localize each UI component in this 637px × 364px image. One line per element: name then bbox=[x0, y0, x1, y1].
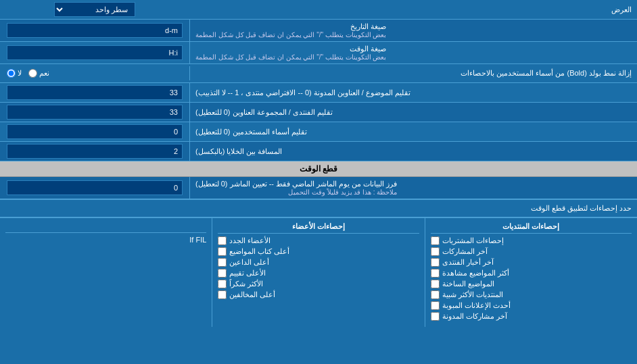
checkbox-item-contributions: إحصاءات المشتريات bbox=[431, 236, 632, 245]
checkbox-item-new-members: الأعضاء الجدد bbox=[218, 236, 419, 245]
radio-option-no: لا bbox=[7, 69, 22, 78]
cb-new-members[interactable] bbox=[218, 236, 227, 245]
header-label: العرض bbox=[189, 3, 637, 17]
cb-most-thanked[interactable] bbox=[218, 280, 227, 288]
col-empty-header bbox=[5, 222, 206, 233]
date-format-input[interactable] bbox=[7, 23, 183, 38]
col-forums-header: إحصاءات المنتديات bbox=[431, 222, 632, 234]
main-container: العرض سطر واحد صيغة التاريخ بعض التكوينا… bbox=[0, 0, 637, 327]
bold-removal-row: إزالة نمط بولد (Bold) من أسماء المستخدمي… bbox=[0, 64, 637, 83]
username-trim-control bbox=[0, 122, 189, 141]
date-format-control bbox=[0, 20, 189, 41]
cb-top-referrers[interactable] bbox=[218, 258, 227, 267]
cb-forum-news[interactable] bbox=[431, 258, 440, 267]
forum-trim-control bbox=[0, 103, 189, 122]
time-format-input[interactable] bbox=[7, 45, 183, 60]
topic-trim-input[interactable] bbox=[7, 85, 183, 100]
checkbox-col-forums: إحصاءات المنتديات إحصاءات المشتريات آخر … bbox=[425, 218, 637, 327]
checkbox-item-most-thanked: الأكثر شكراً bbox=[218, 280, 419, 288]
checkbox-item-most-viewed: أكثر المواضيع مشاهدة bbox=[431, 269, 632, 278]
time-format-control bbox=[0, 42, 189, 63]
checkbox-section: إحصاءات المنتديات إحصاءات المشتريات آخر … bbox=[0, 217, 637, 327]
cutoff-control bbox=[0, 177, 189, 199]
cb-top-warned[interactable] bbox=[218, 290, 227, 299]
cb-top-rated[interactable] bbox=[218, 269, 227, 278]
forum-trim-row: تقليم الفنتدى / المجموعة العناوين (0 للت… bbox=[0, 103, 637, 122]
topic-trim-row: تقليم الموضوع / العناوين المدونة (0 -- ا… bbox=[0, 83, 637, 103]
checkbox-item-last-posts: آخر المشاركات bbox=[431, 247, 632, 256]
checkbox-item-top-referrers: أعلى الداعين bbox=[218, 258, 419, 267]
date-format-row: صيغة التاريخ بعض التكوينات يتطلب "/" الت… bbox=[0, 20, 637, 42]
cb-last-posts[interactable] bbox=[431, 247, 440, 256]
checkbox-col-empty: If FIL bbox=[0, 218, 212, 327]
bold-removal-control: نعم لا bbox=[0, 67, 189, 80]
username-trim-row: تقليم أسماء المستخدمين (0 للتعطيل) bbox=[0, 122, 637, 142]
cb-most-viewed[interactable] bbox=[431, 269, 440, 278]
checkbox-item-top-posters: أعلى كتاب المواضيع bbox=[218, 247, 419, 256]
cb-latest-classifieds[interactable] bbox=[431, 301, 440, 310]
cutoff-section-header: قطع الوقت bbox=[0, 161, 637, 177]
topic-trim-label: تقليم الموضوع / العناوين المدونة (0 -- ا… bbox=[189, 83, 637, 102]
time-format-row: صيغة الوقت بعض التكوينات يتطلب "/" التي … bbox=[0, 42, 637, 64]
header-title: العرض bbox=[611, 5, 632, 14]
cell-spacing-control bbox=[0, 142, 189, 161]
checkbox-col-members: إحصاءات الأعضاء الأعضاء الجدد أعلى كتاب … bbox=[212, 218, 424, 327]
forum-trim-input[interactable] bbox=[7, 105, 183, 120]
radio-yes-label: نعم bbox=[39, 69, 49, 78]
display-select[interactable]: سطر واحد bbox=[54, 2, 135, 17]
cb-top-posters[interactable] bbox=[218, 247, 227, 256]
cell-spacing-row: المسافة بين الخلايا (بالبكسل) bbox=[0, 142, 637, 161]
cb-popular-forums[interactable] bbox=[431, 290, 440, 299]
cell-spacing-label: المسافة بين الخلايا (بالبكسل) bbox=[189, 142, 637, 161]
cb-contributions[interactable] bbox=[431, 236, 440, 245]
cb-blog-posts[interactable] bbox=[431, 312, 440, 321]
checkbox-item-hot-topics: المواضيع الساخنة bbox=[431, 280, 632, 288]
cutoff-title: قطع الوقت bbox=[300, 164, 337, 174]
checkbox-item-popular-forums: المنتديات الأكثر شبية bbox=[431, 290, 632, 299]
checkbox-item-top-rated: الأعلى تقييم bbox=[218, 269, 419, 278]
col-members-header: إحصاءات الأعضاء bbox=[218, 222, 419, 234]
date-format-label: صيغة التاريخ بعض التكوينات يتطلب "/" الت… bbox=[189, 20, 637, 41]
checkbox-item-blog-posts: آخر مشاركات المدونة bbox=[431, 312, 632, 321]
username-trim-input[interactable] bbox=[7, 124, 183, 139]
radio-no[interactable] bbox=[7, 69, 16, 78]
username-trim-label: تقليم أسماء المستخدمين (0 للتعطيل) bbox=[189, 122, 637, 141]
radio-yes[interactable] bbox=[28, 69, 37, 78]
limit-label: حدد إحصاءات لتطبيق قطع الوقت bbox=[5, 204, 632, 213]
time-format-label: صيغة الوقت بعض التكوينات يتطلب "/" التي … bbox=[189, 42, 637, 63]
cutoff-row: فرز البيانات من يوم الماشر الماضي فقط --… bbox=[0, 177, 637, 199]
checkbox-item-top-warned: أعلى المخالفين bbox=[218, 290, 419, 299]
cell-spacing-input[interactable] bbox=[7, 144, 183, 159]
bold-removal-label: إزالة نمط بولد (Bold) من أسماء المستخدمي… bbox=[189, 66, 637, 80]
cb-hot-topics[interactable] bbox=[431, 280, 440, 288]
limit-row: حدد إحصاءات لتطبيق قطع الوقت bbox=[0, 199, 637, 217]
checkbox-item-latest-classifieds: أحدث الإعلانات المبوبة bbox=[431, 301, 632, 310]
checkbox-item-forum-news: آخر أخبار الفنتدى bbox=[431, 258, 632, 267]
radio-no-label: لا bbox=[18, 69, 22, 78]
if-fil-text: If FIL bbox=[5, 236, 206, 244]
forum-trim-label: تقليم الفنتدى / المجموعة العناوين (0 للت… bbox=[189, 103, 637, 122]
header-row: العرض سطر واحد bbox=[0, 0, 637, 20]
topic-trim-control bbox=[0, 83, 189, 102]
header-select-area: سطر واحد bbox=[0, 0, 189, 19]
cutoff-input[interactable] bbox=[7, 180, 183, 195]
cutoff-label: فرز البيانات من يوم الماشر الماضي فقط --… bbox=[189, 177, 637, 199]
radio-option-yes: نعم bbox=[28, 69, 49, 78]
